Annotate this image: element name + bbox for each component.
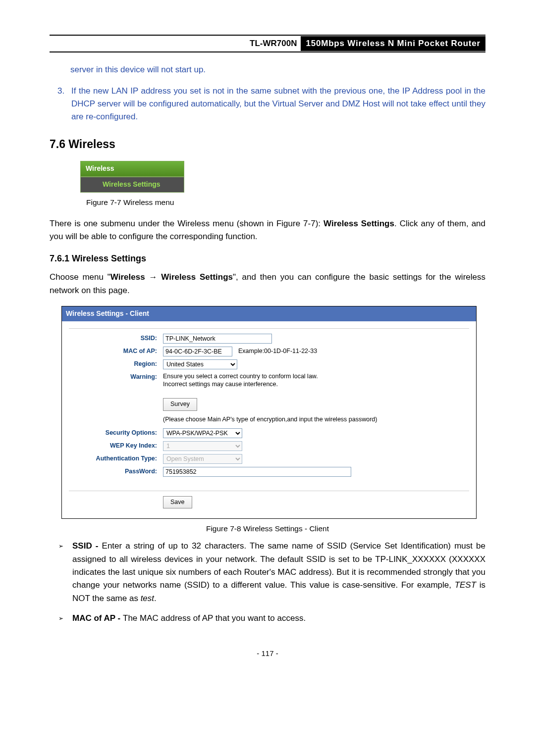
italic-test: TEST [455,580,476,590]
mac-input[interactable] [163,347,232,356]
italic-test2: test [141,594,154,603]
model-label: TL-WR700N [246,36,301,51]
encryption-hint: (Please choose Main AP's type of encrypt… [163,415,476,424]
heading-wireless-settings: 7.6.1 Wireless Settings [50,252,485,266]
bullet-mac: ➢ MAC of AP - The MAC address of AP that… [58,612,485,625]
bullet-icon: ➢ [58,540,64,605]
arrow: → [145,272,161,282]
note-continued: server in this device will not start up. [70,63,485,76]
model-desc: 150Mbps Wireless N Mini Pocket Router [301,36,485,51]
text: Choose menu " [50,272,110,282]
bullet-ssid: ➢ SSID - Enter a string of up to 32 char… [58,540,485,605]
ssid-label: SSID: [62,334,163,343]
figure-7-8-caption: Figure 7-8 Wireless Settings - Client [50,523,485,535]
divider [69,491,469,491]
intro-paragraph: There is one submenu under the Wireless … [50,217,485,244]
mac-example: Example:00-1D-0F-11-22-33 [238,347,317,356]
menu-item-wireless-settings: Wireless Settings [80,177,184,193]
bullet-text: The MAC address of AP that you want to a… [123,613,306,623]
warning-label: Warning: [62,372,163,382]
warning-text: Ensure you select a correct country to c… [163,372,318,389]
password-input[interactable] [163,467,351,477]
list-body: If the new LAN IP address you set is not… [71,85,485,124]
text: There is one submenu under the Wireless … [50,219,323,228]
wireless-menu-image: Wireless Wireless Settings [80,161,485,192]
warning-line1: Ensure you select a correct country to c… [163,372,318,380]
menu-item-wireless: Wireless [80,161,184,177]
security-options-select[interactable]: WPA-PSK/WPA2-PSK [163,428,242,438]
auth-type-select: Open System [163,454,242,464]
bullet-text: . [154,594,157,603]
bullet-text: Enter a string of up to 32 characters. T… [72,541,485,590]
wireless-settings-panel: Wireless Settings - Client SSID: MAC of … [61,306,477,519]
divider [69,328,469,329]
choose-menu-paragraph: Choose menu "Wireless → Wireless Setting… [50,271,485,297]
bullet-icon: ➢ [58,612,64,625]
region-label: Region: [62,359,163,369]
warning-line2: Incorrect settings may cause interferenc… [163,380,318,388]
password-label: PassWord: [62,467,163,476]
bullet-label: SSID - [72,541,102,551]
bullet-list: ➢ SSID - Enter a string of up to 32 char… [50,540,485,625]
mac-label: MAC of AP: [62,347,163,356]
wep-key-index-label: WEP Key Index: [62,441,163,451]
wep-key-index-select: 1 [163,441,242,451]
list-num: 3. [57,85,65,124]
figure-7-7-caption: Figure 7-7 Wireless menu [86,197,485,208]
heading-wireless: 7.6 Wireless [50,136,485,153]
page-number: - 117 - [50,648,485,659]
list-item-3: 3. If the new LAN IP address you set is … [57,85,485,124]
page-header: TL-WR700N 150Mbps Wireless N Mini Pocket… [50,35,485,52]
ssid-input[interactable] [163,334,272,344]
bold: Wireless Settings [323,219,394,228]
survey-button[interactable]: Survey [163,398,197,410]
panel-title: Wireless Settings - Client [62,306,476,321]
auth-type-label: Authentication Type: [62,454,163,463]
bullet-label: MAC of AP - [72,613,123,623]
bold: Wireless [110,272,145,282]
region-select[interactable]: United States [163,359,237,369]
security-options-label: Security Options: [62,428,163,438]
save-button[interactable]: Save [163,496,192,508]
bold: Wireless Settings [161,272,233,282]
